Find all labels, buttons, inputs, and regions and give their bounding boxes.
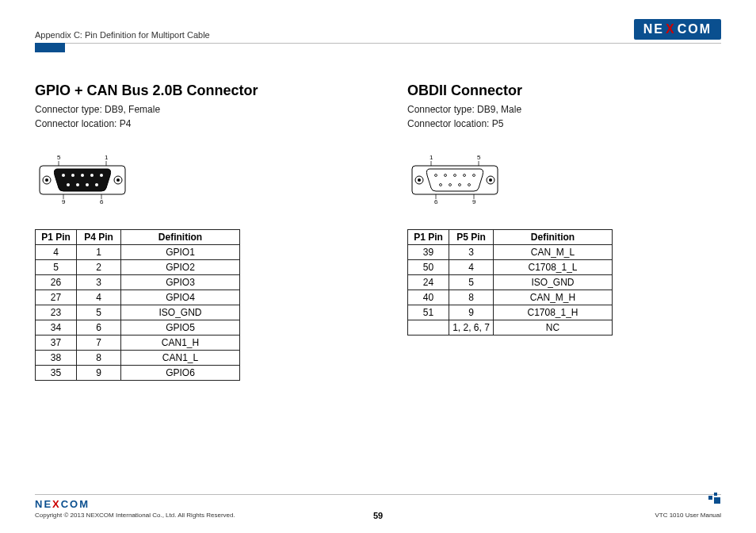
svg-point-12 xyxy=(67,183,70,186)
th-def: Definition xyxy=(494,230,613,245)
svg-point-14 xyxy=(86,183,89,186)
table-cell: GPIO2 xyxy=(121,260,240,275)
table-cell: CAN1_L xyxy=(121,351,240,366)
table-row: 388CAN1_L xyxy=(36,351,240,366)
table-cell: C1708_1_H xyxy=(494,305,613,320)
table-cell: 23 xyxy=(36,305,77,320)
table-cell: 34 xyxy=(36,320,77,336)
breadcrumb: Appendix C: Pin Definition for Multiport… xyxy=(35,30,210,40)
table-cell: 39 xyxy=(408,245,449,260)
table-cell: ISO_GND xyxy=(494,275,613,290)
logo-part-com: COM xyxy=(678,22,712,36)
table-cell: ISO_GND xyxy=(121,305,240,320)
table-row: 504C1708_1_L xyxy=(408,260,613,275)
svg-point-24 xyxy=(489,178,492,182)
svg-point-6 xyxy=(116,178,120,182)
table-row: 393CAN_M_L xyxy=(408,245,613,260)
svg-point-22 xyxy=(418,178,421,182)
right-type: Connector type: DB9, Male xyxy=(407,102,669,117)
th-p1: P1 Pin xyxy=(36,230,77,245)
table-cell: CAN_M_H xyxy=(494,290,613,305)
th-p5: P5 Pin xyxy=(449,230,494,245)
table-row: 346GPIO5 xyxy=(36,320,240,336)
svg-point-8 xyxy=(71,174,74,177)
table-cell xyxy=(408,320,449,336)
left-title: GPIO + CAN Bus 2.0B Connector xyxy=(35,82,296,99)
svg-point-9 xyxy=(81,174,84,177)
table-cell: 8 xyxy=(449,290,494,305)
table-row: 359GPIO6 xyxy=(36,366,240,381)
table-cell: 37 xyxy=(36,336,77,351)
table-row: 408CAN_M_H xyxy=(408,290,613,305)
right-title: OBDII Connector xyxy=(407,82,669,99)
left-pin-table: P1 Pin P4 Pin Definition 41GPIO152GPIO22… xyxy=(35,229,240,381)
table-row: 274GPIO4 xyxy=(36,290,240,305)
logo-part-ne: NE xyxy=(643,22,664,36)
footer-squares-icon xyxy=(708,493,721,505)
table-cell: 26 xyxy=(36,275,77,290)
th-p1: P1 Pin xyxy=(408,230,449,245)
left-type: Connector type: DB9, Female xyxy=(35,102,296,117)
pin-label-br: 6 xyxy=(100,198,104,204)
table-cell: 51 xyxy=(408,305,449,320)
svg-point-13 xyxy=(76,183,79,186)
svg-point-7 xyxy=(62,174,65,177)
table-row: 377CAN1_H xyxy=(36,336,240,351)
table-cell: 5 xyxy=(449,275,494,290)
table-cell: 5 xyxy=(77,305,121,320)
table-row: 235ISO_GND xyxy=(36,305,240,320)
right-tbody: 393CAN_M_L504C1708_1_L245ISO_GND408CAN_M… xyxy=(408,245,613,336)
page-number: 59 xyxy=(0,511,756,520)
svg-point-4 xyxy=(45,178,48,182)
table-cell: 4 xyxy=(36,245,77,260)
left-loc: Connector location: P4 xyxy=(35,117,296,131)
table-cell: 1 xyxy=(77,245,121,260)
pin-label-br: 9 xyxy=(472,198,476,204)
table-row: 41GPIO1 xyxy=(36,245,240,260)
table-row: 245ISO_GND xyxy=(408,275,613,290)
table-cell: 6 xyxy=(77,320,121,336)
table-cell: C1708_1_L xyxy=(494,260,613,275)
pin-label-bl: 9 xyxy=(62,198,66,204)
pin-label-tr: 1 xyxy=(105,154,109,161)
pin-label-tl: 1 xyxy=(430,154,433,161)
svg-rect-37 xyxy=(714,493,717,496)
left-tbody: 41GPIO152GPIO2263GPIO3274GPIO4235ISO_GND… xyxy=(36,245,240,381)
table-cell: GPIO5 xyxy=(121,320,240,336)
svg-point-11 xyxy=(100,174,103,177)
table-cell: GPIO4 xyxy=(121,290,240,305)
table-cell: CAN_M_L xyxy=(494,245,613,260)
table-row: 1, 2, 6, 7NC xyxy=(408,320,613,336)
table-cell: GPIO1 xyxy=(121,245,240,260)
header-tab xyxy=(35,43,65,52)
table-cell: 35 xyxy=(36,366,77,381)
table-cell: 3 xyxy=(77,275,121,290)
table-cell: 4 xyxy=(77,290,121,305)
table-cell: 38 xyxy=(36,351,77,366)
table-cell: GPIO3 xyxy=(121,275,240,290)
svg-rect-38 xyxy=(714,497,720,504)
svg-point-15 xyxy=(95,183,98,186)
table-cell: 24 xyxy=(408,275,449,290)
right-pin-table: P1 Pin P5 Pin Definition 393CAN_M_L504C1… xyxy=(407,229,613,336)
logo: NEXCOM xyxy=(634,19,721,40)
table-row: 519C1708_1_H xyxy=(408,305,613,320)
th-def: Definition xyxy=(121,230,240,245)
table-cell: 27 xyxy=(36,290,77,305)
th-p4: P4 Pin xyxy=(77,230,121,245)
table-cell: 2 xyxy=(77,260,121,275)
pin-label-tl: 5 xyxy=(57,154,61,161)
table-cell: 4 xyxy=(449,260,494,275)
table-cell: 50 xyxy=(408,260,449,275)
table-cell: 40 xyxy=(408,290,449,305)
table-cell: 9 xyxy=(77,366,121,381)
table-cell: CAN1_H xyxy=(121,336,240,351)
pin-label-bl: 6 xyxy=(434,198,438,204)
table-cell: 5 xyxy=(36,260,77,275)
right-loc: Connector location: P5 xyxy=(407,117,669,131)
table-cell: 1, 2, 6, 7 xyxy=(449,320,494,336)
table-cell: 3 xyxy=(449,245,494,260)
svg-point-10 xyxy=(90,174,94,177)
table-cell: NC xyxy=(494,320,613,336)
db9-female-diagram: 5 1 xyxy=(35,153,296,207)
